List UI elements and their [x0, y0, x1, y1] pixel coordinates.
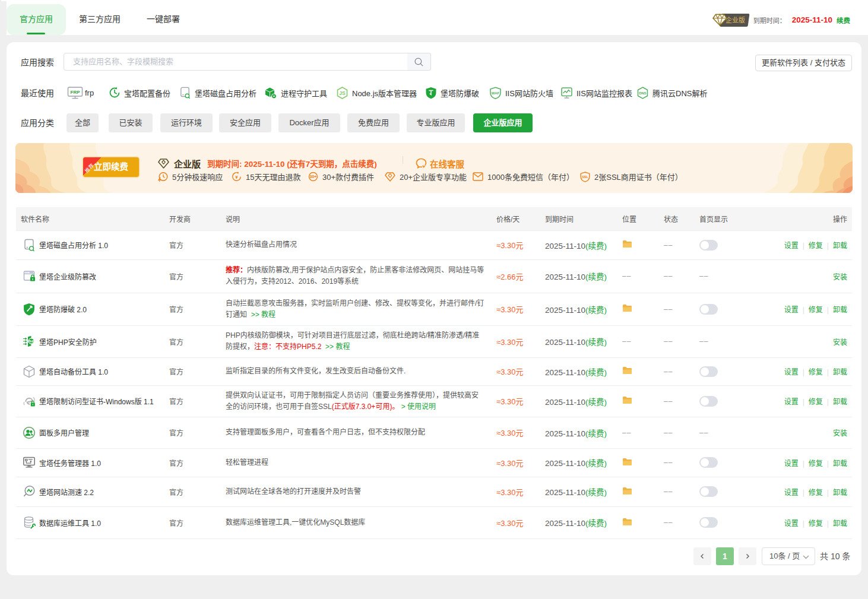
svg-text:WAF: WAF: [492, 91, 500, 95]
svg-text:30+: 30+: [310, 175, 317, 179]
svg-text:PHP: PHP: [28, 340, 35, 343]
svg-text:SSL: SSL: [582, 175, 588, 179]
svg-text:¥: ¥: [235, 175, 238, 180]
svg-text:DNS: DNS: [639, 91, 647, 95]
svg-text:JS: JS: [339, 90, 346, 96]
svg-text:FRP: FRP: [71, 89, 81, 94]
